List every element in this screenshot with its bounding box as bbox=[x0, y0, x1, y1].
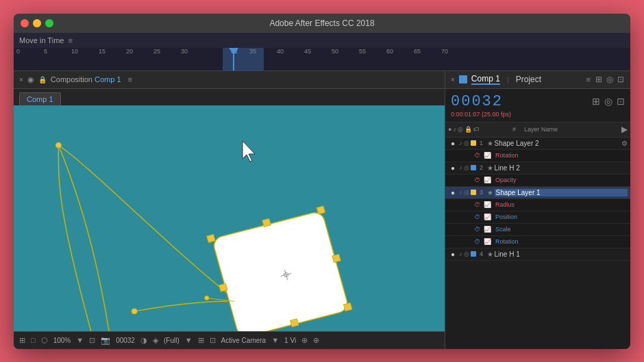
close-button[interactable] bbox=[21, 19, 29, 27]
layer-4-solo[interactable]: ◎ bbox=[464, 250, 469, 257]
layer-row-4[interactable]: ● ♪ ◎ 4 ★ Line H 1 bbox=[445, 248, 630, 261]
ruler-mark-50: 50 bbox=[332, 48, 338, 55]
render-icon: ⬡ bbox=[41, 336, 48, 345]
layer-3-name: Shape Layer 1 bbox=[495, 189, 628, 196]
hash-col-header: # bbox=[512, 126, 516, 133]
frame-number[interactable]: 00032 bbox=[116, 337, 135, 344]
main-window: Adobe After Effects CC 2018 Move in Time… bbox=[14, 14, 630, 349]
views-label[interactable]: 1 Vi bbox=[284, 337, 296, 344]
ruler-mark-70: 70 bbox=[441, 48, 448, 55]
cursor bbox=[240, 140, 260, 165]
playhead[interactable] bbox=[233, 48, 234, 70]
calendar-icon[interactable]: ⊡ bbox=[617, 74, 625, 85]
comp-tab[interactable]: Comp 1 bbox=[19, 92, 61, 105]
composition-label: Composition Comp 1 bbox=[51, 75, 121, 83]
layer-2-opacity-row[interactable]: ⏱ 📈 Opacity bbox=[445, 174, 630, 187]
opacity-stopwatch[interactable]: ⏱ bbox=[474, 177, 480, 183]
main-area: × ◉ 🔒 Composition Comp 1 ≡ Comp 1 bbox=[14, 71, 630, 349]
camera-dropdown[interactable]: ▼ bbox=[271, 336, 279, 344]
visibility-icon: ◉ bbox=[27, 75, 34, 84]
minimize-button[interactable] bbox=[33, 19, 41, 27]
layer-4-star: ★ bbox=[487, 250, 493, 258]
layer-3-scale-row[interactable]: ⏱ 📈 Scale bbox=[445, 224, 630, 236]
comp-viewport[interactable] bbox=[14, 105, 445, 331]
position-stopwatch[interactable]: ⏱ bbox=[474, 214, 480, 220]
ruler-mark-5: 5 bbox=[44, 48, 47, 55]
ruler-mark-45: 45 bbox=[304, 48, 311, 55]
camera-btn[interactable]: ◎ bbox=[604, 96, 612, 107]
composition-panel: × ◉ 🔒 Composition Comp 1 ≡ Comp 1 bbox=[14, 71, 445, 349]
comp-panel-close[interactable]: × bbox=[19, 76, 23, 83]
scale-stopwatch[interactable]: ⏱ bbox=[474, 226, 480, 233]
layer-3-eye[interactable]: ● bbox=[448, 188, 458, 197]
layer-3-solo[interactable]: ◎ bbox=[464, 189, 469, 196]
layer-2-name: Line H 2 bbox=[495, 164, 628, 172]
layer3-rotation-stopwatch[interactable]: ⏱ bbox=[474, 238, 480, 245]
layer-row-1[interactable]: ● ♪ ◎ 1 ★ Shape Layer 2 ⚙ bbox=[445, 138, 630, 150]
layer-row-2[interactable]: ● ♪ ◎ 2 ★ Line H 2 bbox=[445, 162, 630, 174]
layer-4-num: 4 bbox=[478, 250, 486, 257]
quality-dropdown[interactable]: ▼ bbox=[185, 336, 193, 344]
layer-3-rotation-row[interactable]: ⏱ 📈 Rotation bbox=[445, 236, 630, 248]
layer-3-radius-row[interactable]: ⏱ 📈 Radius bbox=[445, 199, 630, 211]
layer-1-rotation-row[interactable]: ⏱ 📈 Rotation bbox=[445, 150, 630, 162]
layer-2-solo[interactable]: ◎ bbox=[464, 164, 469, 171]
layer-4-eye[interactable]: ● bbox=[448, 249, 458, 259]
cam-icon: 📷 bbox=[101, 336, 110, 345]
timeline-top-panel: Move in Time ≡ 0 5 10 15 20 25 30 32 35 … bbox=[14, 33, 630, 71]
zoom-dropdown-icon[interactable]: ▼ bbox=[76, 336, 84, 344]
settings-btn[interactable]: ⊡ bbox=[617, 96, 625, 107]
maximize-button[interactable] bbox=[45, 19, 53, 27]
snapshot-btn[interactable]: ⊞ bbox=[592, 96, 600, 107]
layer-1-rotation-label: Rotation bbox=[493, 152, 519, 159]
layer-3-rotation-label: Rotation bbox=[493, 238, 519, 245]
layer-row-3[interactable]: ● ♪ ◎ 3 ★ Shape Layer 1 bbox=[445, 187, 630, 199]
menu-icon: ≡ bbox=[68, 36, 72, 44]
layer-2-num: 2 bbox=[478, 164, 486, 171]
layer-3-position-row[interactable]: ⏱ 📈 Position bbox=[445, 211, 630, 224]
zoom-level[interactable]: 100% bbox=[53, 337, 71, 344]
show-snapshot-icon[interactable]: ◎ bbox=[606, 74, 614, 85]
camera-label[interactable]: Active Camera bbox=[221, 337, 267, 344]
layer-4-audio[interactable]: ♪ bbox=[459, 250, 462, 257]
rotation-stopwatch[interactable]: ⏱ bbox=[474, 152, 480, 159]
comp-bottom-bar: ⊞ □ ⬡ 100% ▼ ⊡ 📷 00032 ◑ ◈ (Full) ▼ ⊞ ⊡ … bbox=[14, 331, 445, 349]
layer-3-num: 3 bbox=[478, 189, 486, 196]
eye-col-header: ● bbox=[448, 126, 451, 133]
ruler-mark-0: 0 bbox=[16, 48, 20, 55]
layer-1-name: Shape Layer 2 bbox=[495, 140, 621, 147]
layer-1-eye[interactable]: ● bbox=[448, 138, 458, 148]
comp1-tab[interactable]: Comp 1 bbox=[471, 74, 500, 85]
layers-column-header: ● ♪ ◎ 🔒 🏷 # Layer Name ▶ bbox=[445, 122, 630, 138]
layer-1-solo[interactable]: ◎ bbox=[464, 140, 469, 146]
project-tab[interactable]: Project bbox=[516, 75, 541, 84]
timecode-display: 00032 0:00:01:07 (25.00 fps) ⊞ ◎ ⊡ bbox=[445, 89, 630, 122]
snapshot-icon[interactable]: ⊞ bbox=[595, 74, 603, 85]
layer-1-right-icon: ⚙ bbox=[621, 140, 628, 147]
timeline-ruler[interactable]: 0 5 10 15 20 25 30 32 35 40 45 50 55 60 … bbox=[14, 48, 630, 70]
svg-rect-10 bbox=[219, 283, 227, 292]
right-panel-header: × Comp 1 | Project ≡ ⊞ ◎ ⊡ bbox=[445, 71, 630, 89]
layer-3-position-label: Position bbox=[493, 214, 517, 220]
opacity-graph-icon: 📈 bbox=[484, 177, 491, 183]
layer-1-audio[interactable]: ♪ bbox=[459, 140, 462, 146]
layer-hide-icon: ▶ bbox=[621, 125, 628, 134]
quality-label[interactable]: (Full) bbox=[164, 337, 179, 344]
name-col-header: Layer Name bbox=[524, 126, 619, 133]
layer-3-audio[interactable]: ♪ bbox=[459, 189, 462, 196]
preview-icon: ⊞ bbox=[19, 336, 25, 345]
lock-icon: 🔒 bbox=[38, 76, 47, 83]
radius-stopwatch[interactable]: ⏱ bbox=[474, 201, 480, 208]
view-icon: □ bbox=[31, 336, 36, 344]
svg-rect-9 bbox=[290, 318, 299, 326]
layer-2-opacity-label: Opacity bbox=[493, 177, 517, 183]
ruler-mark-30: 30 bbox=[181, 48, 188, 55]
window-controls bbox=[21, 19, 53, 27]
timecode-big[interactable]: 00032 bbox=[451, 93, 511, 110]
right-panel-close[interactable]: × bbox=[451, 76, 455, 83]
layer-2-eye[interactable]: ● bbox=[448, 163, 458, 172]
layer-2-color bbox=[471, 165, 476, 170]
playhead-arrow bbox=[229, 48, 238, 55]
layer-2-audio[interactable]: ♪ bbox=[459, 164, 462, 171]
timecode-full: 0:00:01:07 (25.00 fps) bbox=[451, 111, 511, 118]
